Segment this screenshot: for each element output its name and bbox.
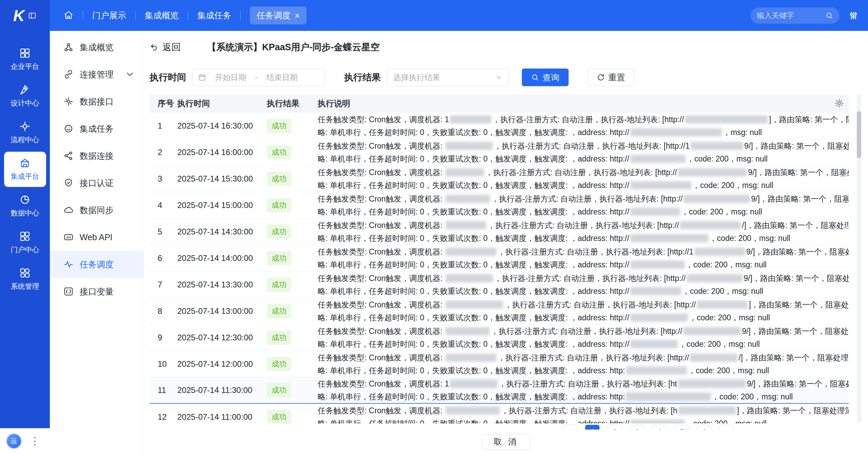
rail-header: K [0, 0, 50, 31]
table-row[interactable]: 11 2025-07-14 11:30:00 成功 任务触发类型: Cron触发… [150, 377, 849, 404]
filter-sliders-icon[interactable] [848, 11, 859, 21]
home-icon [63, 10, 74, 20]
cell-time: 2025-07-14 14:00:00 [177, 253, 267, 263]
sidebar-item-label: 任务调度 [80, 259, 114, 270]
api-tool-icon [63, 96, 74, 107]
rail-item-4[interactable]: 数据中心 [4, 188, 46, 224]
cell-description: 任务触发类型: Cron触发，调度机器: ，执行器-注册方式: 自动注册，执行器… [318, 139, 849, 165]
search-input[interactable] [757, 11, 822, 20]
search-icon[interactable] [825, 12, 833, 20]
sidebar-item-label: 接口认证 [80, 177, 114, 189]
sidebar-item-7[interactable]: API Web API [50, 224, 144, 251]
cancel-button[interactable]: 取 消 [482, 434, 530, 450]
status-badge: 成功 [267, 330, 291, 345]
refresh-icon [597, 73, 605, 81]
table-row[interactable]: 2 2025-07-14 16:00:00 成功 任务触发类型: Cron触发，… [150, 139, 849, 166]
cell-index: 12 [150, 412, 177, 422]
nav-item[interactable]: 集成概览 [145, 10, 179, 21]
close-tab-icon[interactable]: × [295, 11, 300, 20]
redacted-text [446, 142, 493, 150]
scrollbar-thumb[interactable] [857, 111, 861, 158]
task-icon [63, 124, 74, 134]
rail-item-1[interactable]: 设计中心 [4, 78, 46, 114]
redacted-text [687, 274, 743, 282]
status-badge: 成功 [267, 119, 291, 133]
topbar-search[interactable] [751, 7, 840, 24]
sidebar-item-4[interactable]: 数据连接 [50, 142, 144, 169]
end-date-input[interactable] [260, 73, 304, 82]
redacted-text [450, 380, 497, 388]
home-button[interactable] [63, 10, 74, 21]
back-button[interactable]: 返回 [150, 41, 181, 53]
sidebar-item-0[interactable]: 集成概览 [50, 34, 144, 61]
table-row[interactable]: 10 2025-07-14 12:00:00 成功 任务触发类型: Cron触发… [150, 351, 849, 377]
panel-collapse-icon[interactable] [28, 11, 37, 20]
rail-item-label: 流程中心 [11, 135, 39, 145]
nav-separator [188, 11, 188, 20]
table-row[interactable]: 12 2025-07-14 11:00:00 成功 任务触发类型: Cron触发… [150, 404, 849, 423]
cell-description: 任务触发类型: Cron触发，调度机器: ，执行器-注册方式: 自动注册，执行器… [318, 166, 849, 192]
rail-item-3[interactable]: 集成平台 [4, 152, 46, 187]
rail-item-6[interactable]: 系统管理 [4, 262, 46, 297]
rail-item-5[interactable]: 门户中心 [4, 225, 46, 260]
page-title: 【系统演示】KPaaS用户-同步-金蝶云星空 [207, 41, 380, 53]
query-button[interactable]: 查询 [522, 69, 569, 86]
table-row[interactable]: 6 2025-07-14 14:00:00 成功 任务触发类型: Cron触发，… [150, 245, 849, 271]
cell-time: 2025-07-14 12:30:00 [177, 333, 267, 342]
chevron-down-icon [495, 74, 502, 81]
cell-time: 2025-07-14 11:30:00 [177, 385, 267, 395]
platform-icon [19, 157, 31, 169]
date-range-picker[interactable]: - [192, 69, 325, 86]
sidebar-item-label: 集成概览 [80, 42, 114, 53]
nav-item[interactable]: 门户展示 [92, 10, 126, 21]
rail-bottom: 运 ⋮ [0, 428, 50, 454]
sidebar-item-label: 数据同步 [80, 205, 114, 216]
table-body: 1 2025-07-14 16:30:00 成功 任务触发类型: Cron触发，… [150, 113, 849, 423]
reset-button[interactable]: 重置 [588, 69, 634, 86]
sidebar-item-3[interactable]: 集成任务 [50, 115, 144, 142]
table-header: 序号 执行时间 执行结果 执行说明 [150, 94, 849, 113]
cloud-icon [63, 205, 74, 215]
sidebar-item-9[interactable]: 接口变量 [50, 278, 144, 305]
rail-item-2[interactable]: 流程中心 [4, 115, 46, 150]
cell-index: 4 [150, 201, 177, 210]
sidebar-item-6[interactable]: 数据同步 [50, 196, 144, 224]
filter-bar: 执行时间 - 执行结果 选择执行结果 查询 [144, 69, 868, 86]
redacted-text [630, 181, 691, 189]
result-select[interactable]: 选择执行结果 [387, 69, 509, 86]
footer-bar: 取 消 [144, 430, 868, 454]
table-row[interactable]: 8 2025-07-14 13:00:00 成功 任务触发类型: Cron触发，… [150, 298, 849, 324]
rail-item-0[interactable]: 企业平台 [4, 42, 46, 77]
table-row[interactable]: 7 2025-07-14 13:30:00 成功 任务触发类型: Cron触发，… [150, 271, 849, 298]
sidebar-item-1[interactable]: 连接管理 [50, 61, 144, 88]
cell-time: 2025-07-14 13:00:00 [177, 306, 267, 316]
nav-item[interactable]: 集成任务 [197, 10, 231, 21]
start-date-input[interactable] [209, 73, 252, 82]
kebab-menu-icon[interactable]: ⋮ [30, 436, 40, 446]
sidebar-item-8[interactable]: 任务调度 [50, 251, 144, 278]
active-tab[interactable]: 任务调度 × [250, 6, 307, 24]
sidebar-item-5[interactable]: 接口认证 [50, 169, 144, 196]
redacted-text [446, 248, 496, 256]
sidebar-item-2[interactable]: 数据接口 [50, 88, 144, 115]
sidebar-item-label: 数据接口 [80, 96, 114, 107]
redacted-text [446, 301, 503, 309]
settings-gear-icon[interactable] [834, 98, 844, 108]
table-row[interactable]: 5 2025-07-14 14:30:00 成功 任务触发类型: Cron触发，… [150, 219, 849, 245]
table-row[interactable]: 9 2025-07-14 12:30:00 成功 任务触发类型: Cron触发，… [150, 324, 849, 351]
result-filter-label: 执行结果 [344, 71, 381, 83]
table-row[interactable]: 1 2025-07-14 16:30:00 成功 任务触发类型: Cron触发，… [150, 113, 849, 139]
status-badge: 成功 [267, 278, 291, 292]
hub-icon [63, 42, 74, 52]
back-arrow-icon [150, 43, 158, 52]
table-row[interactable]: 4 2025-07-14 15:00:00 成功 任务触发类型: Cron触发，… [150, 192, 849, 219]
avatar[interactable]: 运 [7, 434, 21, 448]
rail-items: 企业平台 设计中心 流程中心 集成平台 数据中心 门户中心 系统管理 [0, 31, 50, 428]
share-icon [63, 151, 74, 161]
scrollbar-track[interactable] [857, 94, 861, 423]
secondary-sidebar: 集成概览 连接管理 数据接口 集成任务 数据连接 接口认证 数据同步 API W… [50, 31, 144, 454]
topbar-right [751, 7, 859, 24]
cell-description: 任务触发类型: Cron触发，调度机器: 1，执行器-注册方式: 自动注册，执行… [318, 113, 849, 139]
table-row[interactable]: 3 2025-07-14 15:30:00 成功 任务触发类型: Cron触发，… [150, 166, 849, 192]
redacted-text [678, 168, 747, 176]
